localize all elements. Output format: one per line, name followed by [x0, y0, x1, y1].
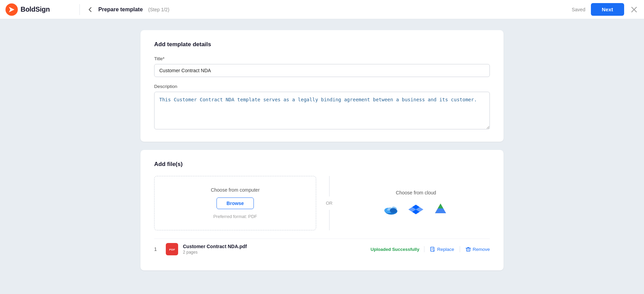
svg-point-4 — [390, 208, 397, 213]
title-input[interactable] — [154, 64, 490, 77]
logo-area: BoldSign — [5, 3, 74, 16]
file-item: 1 PDF Customer Contract NDA.pdf 2 pages … — [154, 239, 490, 259]
upload-from-computer: Choose from computer Browse Preferred fo… — [154, 176, 316, 230]
back-button[interactable] — [85, 5, 95, 14]
upload-status: Uploaded Successfully — [371, 247, 419, 252]
svg-marker-14 — [435, 208, 446, 213]
upload-area: Choose from computer Browse Preferred fo… — [154, 176, 490, 230]
file-action-divider-2 — [460, 246, 460, 252]
boldsign-logo-icon — [5, 3, 18, 16]
logo-text: BoldSign — [21, 5, 50, 13]
header-divider — [79, 4, 80, 15]
trash-icon — [466, 246, 471, 252]
format-hint: Preferred format: PDF — [213, 214, 257, 219]
add-files-title: Add file(s) — [154, 161, 490, 168]
step-label: (Step 1/2) — [148, 7, 169, 12]
template-details-card: Add template details Title* Description … — [140, 30, 504, 142]
description-group: Description This Customer Contract NDA t… — [154, 84, 490, 131]
svg-marker-13 — [438, 204, 443, 208]
header: BoldSign Prepare template (Step 1/2) Sav… — [0, 0, 644, 19]
file-pages: 2 pages — [183, 250, 366, 255]
template-details-title: Add template details — [154, 41, 490, 48]
main-content: Add template details Title* Description … — [0, 19, 644, 294]
dropbox-icon — [408, 203, 423, 215]
file-actions: Replace Remove — [424, 246, 490, 252]
file-name: Customer Contract NDA.pdf — [183, 244, 366, 249]
onedrive-button[interactable] — [382, 202, 400, 217]
title-label: Title* — [154, 56, 490, 61]
file-action-divider — [424, 246, 424, 252]
dropbox-button[interactable] — [407, 202, 425, 217]
pdf-icon: PDF — [166, 243, 178, 255]
upload-from-cloud: Choose from cloud — [342, 190, 490, 217]
googledrive-icon — [433, 203, 448, 215]
back-icon — [87, 6, 94, 13]
header-right: Saved Next — [572, 3, 639, 16]
svg-rect-18 — [467, 248, 470, 251]
file-info: Customer Contract NDA.pdf 2 pages — [183, 244, 366, 255]
cloud-label: Choose from cloud — [396, 190, 436, 195]
remove-label: Remove — [473, 247, 490, 252]
file-number: 1 — [154, 246, 161, 252]
replace-button[interactable]: Replace — [430, 246, 454, 252]
browse-button[interactable]: Browse — [216, 197, 254, 209]
svg-rect-17 — [431, 247, 434, 251]
saved-status: Saved — [572, 7, 585, 12]
googledrive-button[interactable] — [432, 202, 449, 217]
add-files-card: Add file(s) Choose from computer Browse … — [140, 150, 504, 270]
or-divider: OR — [316, 176, 342, 230]
title-group: Title* — [154, 56, 490, 77]
or-line-bottom — [329, 210, 330, 230]
pdf-file-icon: PDF — [168, 245, 176, 253]
next-button[interactable]: Next — [591, 3, 624, 16]
or-label: OR — [326, 201, 333, 206]
replace-label: Replace — [437, 247, 454, 252]
computer-label: Choose from computer — [211, 187, 259, 193]
svg-text:PDF: PDF — [169, 248, 175, 251]
remove-button[interactable]: Remove — [466, 246, 490, 252]
or-line-top — [329, 176, 330, 196]
close-button[interactable] — [630, 5, 639, 14]
cloud-icons — [382, 202, 449, 217]
close-icon — [631, 7, 637, 13]
description-textarea[interactable]: This Customer Contract NDA template serv… — [154, 92, 490, 129]
replace-icon — [430, 246, 435, 252]
page-title: Prepare template — [98, 7, 143, 13]
onedrive-icon — [384, 203, 399, 215]
header-nav: Prepare template (Step 1/2) — [85, 5, 572, 14]
description-label: Description — [154, 84, 490, 89]
